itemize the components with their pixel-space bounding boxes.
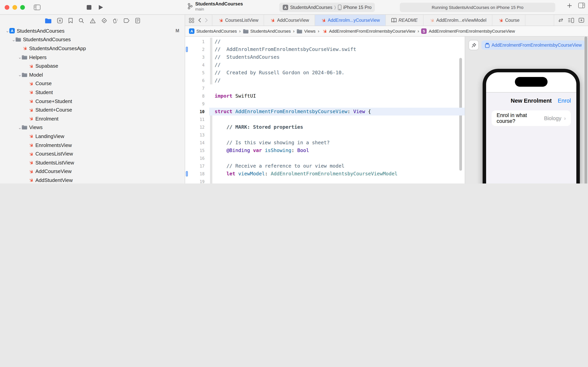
stop-button[interactable] bbox=[84, 3, 94, 11]
swift bbox=[218, 17, 223, 23]
code-line[interactable]: 1// bbox=[185, 38, 465, 45]
tree-item-label: StudentsAndCourses bbox=[17, 28, 65, 34]
tab-label: AddCourseView bbox=[277, 18, 309, 23]
code-line[interactable]: 12 // MARK: Stored properties bbox=[185, 123, 465, 131]
tree-item-courseslistview[interactable]: CoursesListView bbox=[0, 150, 185, 158]
change-indicator bbox=[186, 47, 188, 52]
code-line[interactable]: 7 bbox=[185, 84, 465, 92]
add-editor-library-icon[interactable] bbox=[567, 3, 572, 8]
code-editor[interactable]: 1//2// AddEnrolmentFromEnrolmentsbyCours… bbox=[185, 37, 465, 184]
disclosure-chevron-icon[interactable]: ⌄ bbox=[12, 38, 16, 41]
code-line[interactable]: 15 @Binding var isShowing: Bool bbox=[185, 147, 465, 154]
editor-options-icon[interactable] bbox=[568, 18, 574, 23]
tree-item-views[interactable]: ⌄Views bbox=[0, 123, 185, 132]
minimize-window-button[interactable] bbox=[12, 5, 17, 9]
scm-status[interactable]: StudentsAndCourses main bbox=[187, 1, 243, 11]
chevron-back-icon[interactable] bbox=[198, 18, 201, 23]
tree-item-course[interactable]: Course bbox=[0, 79, 185, 88]
tab-addcourseview[interactable]: AddCourseView bbox=[264, 15, 315, 26]
breadcrumb-item[interactable]: AStudentsAndCourses bbox=[189, 28, 237, 34]
close-window-button[interactable] bbox=[5, 5, 9, 9]
code-line[interactable]: 6// bbox=[185, 77, 465, 84]
breadcrumb-item[interactable]: Views bbox=[297, 29, 316, 33]
code-line[interactable]: 14 // Is this view showing in a sheet? bbox=[185, 139, 465, 147]
line-number: 14 bbox=[185, 139, 209, 147]
disclosure-chevron-icon[interactable]: ⌄ bbox=[18, 56, 22, 59]
breadcrumb-item[interactable]: StudentsAndCourses bbox=[243, 29, 291, 33]
tree-item-supabase[interactable]: Supabase bbox=[0, 62, 185, 70]
tab-addenrolm-ycourseview[interactable]: AddEnrolm...yCourseView bbox=[315, 15, 386, 26]
swift bbox=[28, 107, 34, 113]
code-line[interactable]: 11 bbox=[185, 116, 465, 123]
code-line[interactable]: 16 bbox=[185, 154, 465, 162]
course-picker-row[interactable]: Enrol in what course? Biology › bbox=[492, 110, 571, 126]
disclosure-chevron-icon[interactable]: ⌄ bbox=[18, 73, 22, 76]
code-text: // Created by Russell Gordon on 2024-06-… bbox=[209, 70, 344, 75]
issues-icon[interactable] bbox=[90, 18, 95, 23]
line-number: 2 bbox=[185, 45, 209, 53]
tree-item-studentsandcoursesapp[interactable]: StudentsAndCoursesApp bbox=[0, 44, 185, 53]
enrol-button[interactable]: Enrol bbox=[558, 98, 571, 104]
tree-item-model[interactable]: ⌄Model bbox=[0, 70, 185, 79]
add-editor-icon[interactable] bbox=[579, 18, 584, 23]
tree-item-course-student[interactable]: Course+Student bbox=[0, 97, 185, 106]
toggle-inspectors-icon[interactable] bbox=[578, 3, 585, 8]
breakpoints-icon[interactable] bbox=[124, 18, 129, 23]
tree-item-studentsandcourses[interactable]: ⌄AStudentsAndCoursesM bbox=[0, 26, 185, 35]
zoom-window-button[interactable] bbox=[20, 5, 25, 9]
tree-item-enrolmentsview[interactable]: EnrolmentsView bbox=[0, 141, 185, 149]
code-line[interactable]: 18 let viewModel: AddEnrolmentFromEnrolm… bbox=[185, 170, 465, 178]
fold-ribbon bbox=[210, 77, 212, 84]
related-items-icon[interactable] bbox=[189, 18, 194, 23]
canvas-vscrollbar[interactable] bbox=[585, 37, 587, 184]
code-line[interactable]: 19 bbox=[185, 178, 465, 184]
code-line[interactable]: 5// Created by Russell Gordon on 2024-06… bbox=[185, 69, 465, 77]
tree-item-enrolment[interactable]: Enrolment bbox=[0, 114, 185, 123]
disclosure-chevron-icon[interactable]: ⌄ bbox=[5, 29, 9, 33]
navigator-tab-strip bbox=[0, 15, 185, 26]
project-navigator-icon-active[interactable] bbox=[45, 18, 51, 23]
code-line[interactable]: 4// bbox=[185, 61, 465, 69]
tree-item-addstudentview[interactable]: AddStudentView bbox=[0, 176, 185, 184]
tree-item-helpers[interactable]: ⌄Helpers bbox=[0, 53, 185, 62]
code-line[interactable]: 3// StudentsAndCourses bbox=[185, 53, 465, 61]
pin-preview-button[interactable] bbox=[469, 41, 478, 50]
tree-item-student-course[interactable]: Student+Course bbox=[0, 106, 185, 114]
code-line[interactable]: 13 bbox=[185, 131, 465, 139]
tree-item-addcourseview[interactable]: AddCourseView bbox=[0, 167, 185, 176]
tree-item-studentsandcourses[interactable]: ⌄StudentsAndCourses bbox=[0, 35, 185, 44]
tests-icon[interactable] bbox=[101, 18, 107, 23]
toggle-navigator-icon[interactable] bbox=[32, 3, 42, 11]
breadcrumb-label: AddEnrolmentFromEnrolmentsbyCourseView bbox=[329, 29, 415, 33]
swift bbox=[28, 151, 34, 157]
tab-courseslistview[interactable]: CoursesListView bbox=[212, 15, 264, 26]
breadcrumb-item[interactable]: AddEnrolmentFromEnrolmentsbyCourseView bbox=[322, 28, 415, 34]
debug-icon[interactable] bbox=[113, 18, 118, 23]
code-line[interactable]: 9 bbox=[185, 100, 465, 108]
tab-addenrolm-eviewmodel[interactable]: AddEnrolm...eViewModel bbox=[423, 15, 492, 26]
code-line[interactable]: 17 // Receive a reference to our view mo… bbox=[185, 162, 465, 170]
editor-tab-bar: CoursesListViewAddCourseViewAddEnrolm...… bbox=[185, 15, 588, 26]
fold-ribbon bbox=[210, 61, 212, 69]
chevron-forward-icon[interactable] bbox=[205, 18, 208, 23]
swap-arrows-icon[interactable] bbox=[558, 18, 563, 23]
tab-readme[interactable]: README bbox=[386, 15, 423, 26]
tab-course[interactable]: Course bbox=[492, 15, 525, 26]
breadcrumb-item[interactable]: SAddEnrolmentFromEnrolmentsbyCourseView bbox=[421, 28, 515, 34]
disclosure-chevron-icon[interactable]: ⌄ bbox=[18, 126, 22, 129]
code-line[interactable]: 2// AddEnrolmentFromEnrolmentsbyCourseVi… bbox=[185, 45, 465, 53]
bookmarks-icon[interactable] bbox=[68, 18, 73, 23]
preview-tab-chip[interactable]: AddEnrolmentFromEnrolmentsbyCourseView bbox=[481, 41, 585, 50]
tree-item-studentslistview[interactable]: StudentsListView bbox=[0, 158, 185, 167]
source-control-icon[interactable] bbox=[57, 18, 62, 23]
app-target-icon: A bbox=[283, 5, 288, 10]
find-icon[interactable] bbox=[78, 18, 84, 23]
scheme-selector[interactable]: A StudentsAndCourses 〉 iPhone 15 Pro bbox=[279, 3, 375, 12]
code-line[interactable]: 10struct AddEnrolmentFromEnrolmentsbyCou… bbox=[185, 108, 465, 116]
reports-icon[interactable] bbox=[135, 18, 140, 23]
tree-item-student[interactable]: Student bbox=[0, 88, 185, 97]
code-line[interactable]: 8import SwiftUI bbox=[185, 92, 465, 100]
tree-item-landingview[interactable]: LandingView bbox=[0, 132, 185, 141]
modified-badge: M bbox=[176, 29, 179, 33]
run-button[interactable] bbox=[96, 3, 106, 11]
